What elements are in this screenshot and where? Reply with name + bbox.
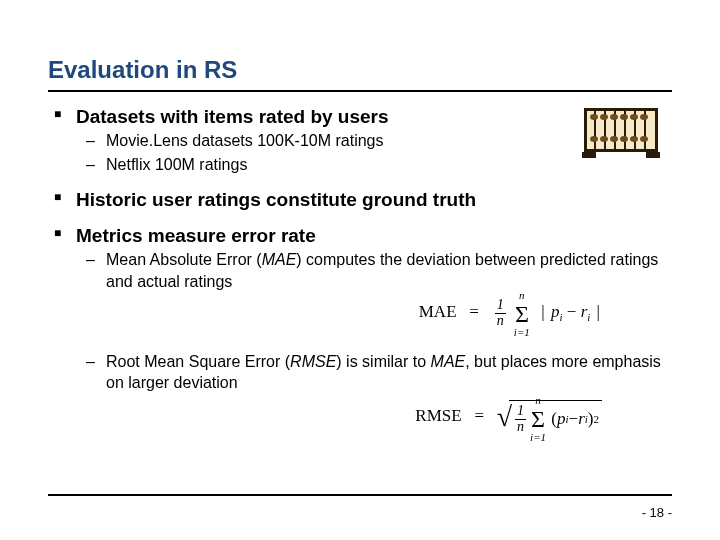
page-number: - 18 - bbox=[642, 505, 672, 520]
minus: − bbox=[569, 408, 579, 431]
eq-sign: = bbox=[474, 406, 484, 425]
sigma-icon: nΣi=1 bbox=[515, 302, 529, 326]
limit-top: n bbox=[519, 290, 525, 301]
superscript: 2 bbox=[594, 412, 600, 427]
sub-item-mae: Mean Absolute Error (MAE) computes the d… bbox=[76, 249, 672, 329]
var-r: r bbox=[578, 408, 585, 431]
bullet-metrics: Metrics measure error rate Mean Absolute… bbox=[48, 225, 672, 434]
formula-mae: MAE = 1n nΣi=1 | pi − ri | bbox=[106, 298, 672, 328]
abs-bar: | bbox=[539, 302, 546, 321]
var-p: p bbox=[557, 408, 566, 431]
text: Mean Absolute Error ( bbox=[106, 251, 262, 268]
footer-rule bbox=[48, 494, 672, 496]
lhs: MAE bbox=[419, 302, 457, 321]
sigma-icon: nΣi=1 bbox=[531, 407, 545, 431]
text: Root Mean Square Error ( bbox=[106, 353, 290, 370]
sigma: Σ bbox=[515, 301, 529, 327]
sub-list: Mean Absolute Error (MAE) computes the d… bbox=[76, 249, 672, 434]
sub-item: Netflix 100M ratings bbox=[76, 154, 672, 176]
bullet-ground-truth: Historic user ratings constitute ground … bbox=[48, 189, 672, 211]
eq-sign: = bbox=[469, 302, 479, 321]
numerator: 1 bbox=[495, 298, 506, 313]
bullet-label: Metrics measure error rate bbox=[76, 225, 316, 246]
metric-name: MAE bbox=[262, 251, 297, 268]
slide-title: Evaluation in RS bbox=[48, 24, 672, 92]
slide: Evaluation in RS Datasets with items rat… bbox=[0, 0, 720, 540]
var-p: p bbox=[551, 302, 560, 321]
denominator: n bbox=[495, 313, 506, 329]
bullet-label: Historic user ratings constitute ground … bbox=[76, 189, 476, 210]
sub-item-rmse: Root Mean Square Error (RMSE) is similar… bbox=[76, 351, 672, 435]
denominator: n bbox=[515, 419, 526, 435]
metric-name: MAE bbox=[431, 353, 466, 370]
subscript: i bbox=[587, 312, 590, 324]
numerator: 1 bbox=[515, 404, 526, 419]
subscript: i bbox=[560, 312, 563, 324]
sqrt-icon: √ 1n nΣi=1 (pi − ri)2 bbox=[497, 400, 602, 434]
sigma: Σ bbox=[531, 406, 545, 432]
formula-rmse: RMSE = √ 1n nΣi=1 (pi − ri)2 bbox=[106, 400, 672, 434]
metric-name: RMSE bbox=[290, 353, 336, 370]
minus: − bbox=[567, 302, 577, 321]
bullet-list: Datasets with items rated by users Movie… bbox=[48, 106, 672, 434]
limit-top: n bbox=[535, 395, 541, 406]
abs-bar: | bbox=[595, 302, 602, 321]
limit-bot: i=1 bbox=[530, 432, 546, 443]
bullet-label: Datasets with items rated by users bbox=[76, 106, 389, 127]
limit-bot: i=1 bbox=[514, 327, 530, 338]
sub-item: Movie.Lens datasets 100K-10M ratings bbox=[76, 130, 672, 152]
lhs: RMSE bbox=[415, 406, 461, 425]
bullet-datasets: Datasets with items rated by users Movie… bbox=[48, 106, 672, 175]
text: ) is similar to bbox=[336, 353, 430, 370]
